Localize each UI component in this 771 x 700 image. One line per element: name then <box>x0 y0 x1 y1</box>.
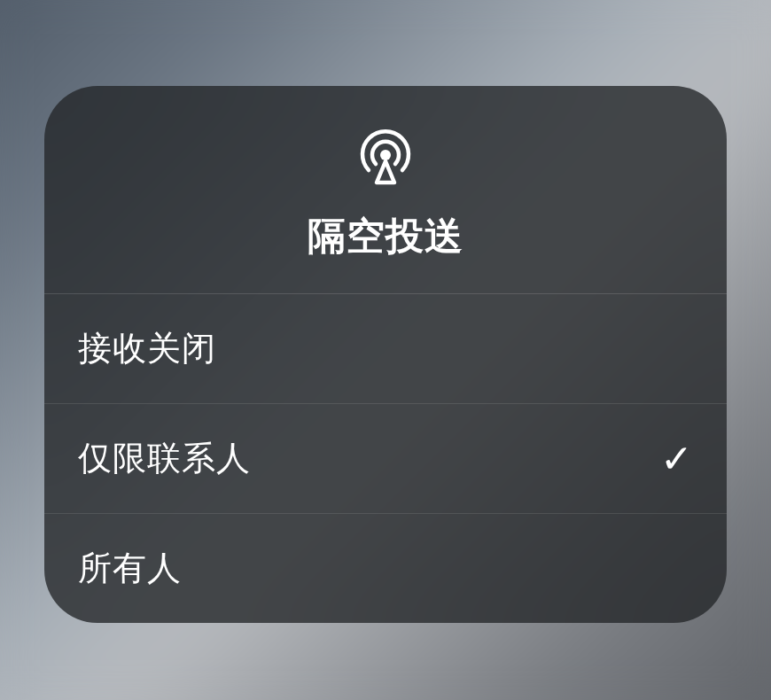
option-label: 接收关闭 <box>78 326 216 371</box>
option-label: 仅限联系人 <box>78 436 251 481</box>
option-contacts-only[interactable]: 仅限联系人 ✓ <box>44 404 727 514</box>
option-everyone[interactable]: 所有人 <box>44 514 727 623</box>
panel-title: 隔空投送 <box>308 211 463 262</box>
checkmark-icon: ✓ <box>660 436 693 481</box>
option-receiving-off[interactable]: 接收关闭 <box>44 294 727 404</box>
option-label: 所有人 <box>78 546 182 591</box>
panel-header: 隔空投送 <box>44 86 727 294</box>
airdrop-icon <box>354 126 417 193</box>
airdrop-panel: 隔空投送 接收关闭 仅限联系人 ✓ 所有人 <box>44 86 727 623</box>
svg-point-0 <box>380 150 391 160</box>
